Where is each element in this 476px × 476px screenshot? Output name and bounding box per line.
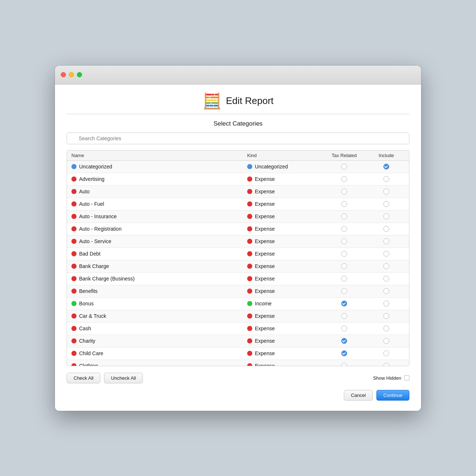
show-hidden-checkbox[interactable] xyxy=(404,375,409,380)
cell-tax-related[interactable] xyxy=(320,263,368,269)
tax-related-checked[interactable] xyxy=(341,350,347,356)
cell-include[interactable] xyxy=(368,350,405,356)
tax-related-empty[interactable] xyxy=(341,251,347,257)
tax-related-empty[interactable] xyxy=(341,326,347,331)
kind-dot xyxy=(247,226,252,231)
cell-include[interactable] xyxy=(368,263,405,269)
tax-related-empty[interactable] xyxy=(341,288,347,294)
cell-tax-related[interactable] xyxy=(320,176,368,182)
include-empty[interactable] xyxy=(383,238,389,244)
cell-kind: Expense xyxy=(247,363,320,366)
cell-include[interactable] xyxy=(368,363,405,366)
tax-related-empty[interactable] xyxy=(341,201,347,207)
cell-name: Bad Debt xyxy=(71,251,247,257)
include-empty[interactable] xyxy=(383,251,389,257)
include-empty[interactable] xyxy=(383,350,389,356)
cell-include[interactable] xyxy=(368,201,405,207)
tax-related-empty[interactable] xyxy=(341,238,347,244)
cell-tax-related[interactable] xyxy=(320,276,368,282)
continue-button[interactable]: Continue xyxy=(376,390,409,401)
include-empty[interactable] xyxy=(383,201,389,207)
table-row: Car & Truck Expense xyxy=(67,310,409,323)
tax-related-empty[interactable] xyxy=(341,313,347,319)
minimize-button[interactable] xyxy=(69,72,74,77)
cell-include[interactable] xyxy=(368,288,405,294)
tax-related-empty[interactable] xyxy=(341,189,347,194)
cell-include[interactable] xyxy=(368,313,405,319)
cell-include[interactable] xyxy=(368,326,405,331)
cancel-button[interactable]: Cancel xyxy=(344,390,372,401)
table-row: Auto Expense xyxy=(67,186,409,198)
kind-label: Income xyxy=(255,301,272,306)
tax-related-checked[interactable] xyxy=(341,301,347,306)
cell-kind: Expense xyxy=(247,189,320,194)
include-empty[interactable] xyxy=(383,176,389,182)
category-dot xyxy=(71,214,77,219)
cell-include[interactable] xyxy=(368,176,405,182)
cell-tax-related[interactable] xyxy=(320,363,368,366)
category-name: Cash xyxy=(79,326,91,331)
cell-include[interactable] xyxy=(368,338,405,344)
cell-tax-related[interactable] xyxy=(320,226,368,232)
tax-related-empty[interactable] xyxy=(341,176,347,182)
cell-tax-related[interactable] xyxy=(320,189,368,194)
cell-include[interactable] xyxy=(368,301,405,306)
cell-include[interactable] xyxy=(368,213,405,219)
include-empty[interactable] xyxy=(383,263,389,269)
dialog-header: 🧮 Edit Report xyxy=(67,93,409,109)
tax-related-empty[interactable] xyxy=(341,213,347,219)
tax-related-empty[interactable] xyxy=(341,363,347,366)
include-empty[interactable] xyxy=(383,363,389,366)
table-row: Bonus Income xyxy=(67,298,409,310)
include-empty[interactable] xyxy=(383,326,389,331)
cell-include[interactable] xyxy=(368,276,405,282)
cell-tax-related[interactable] xyxy=(320,213,368,219)
cell-include[interactable] xyxy=(368,164,405,170)
include-empty[interactable] xyxy=(383,276,389,282)
table-row: Auto - Fuel Expense xyxy=(67,198,409,211)
check-all-button[interactable]: Check All xyxy=(67,373,100,383)
cell-tax-related[interactable] xyxy=(320,350,368,356)
col-kind: Kind xyxy=(247,153,320,158)
maximize-button[interactable] xyxy=(77,72,82,77)
tax-related-empty[interactable] xyxy=(341,164,347,170)
include-empty[interactable] xyxy=(383,189,389,194)
cell-name: Charity xyxy=(71,338,247,344)
cell-include[interactable] xyxy=(368,189,405,194)
cell-tax-related[interactable] xyxy=(320,326,368,331)
cell-include[interactable] xyxy=(368,226,405,232)
include-empty[interactable] xyxy=(383,288,389,294)
cell-kind: Expense xyxy=(247,350,320,356)
cell-name: Bank Charge xyxy=(71,263,247,269)
include-checked[interactable] xyxy=(383,164,389,170)
category-name: Auto - Registration xyxy=(79,226,122,232)
cell-tax-related[interactable] xyxy=(320,313,368,319)
cell-tax-related[interactable] xyxy=(320,301,368,306)
include-empty[interactable] xyxy=(383,301,389,306)
tax-related-checked[interactable] xyxy=(341,338,347,344)
search-input[interactable] xyxy=(67,133,409,144)
close-button[interactable] xyxy=(61,72,66,77)
cell-tax-related[interactable] xyxy=(320,201,368,207)
table-row: Bank Charge Expense xyxy=(67,260,409,273)
include-empty[interactable] xyxy=(383,213,389,219)
cell-tax-related[interactable] xyxy=(320,251,368,257)
cell-tax-related[interactable] xyxy=(320,164,368,170)
cell-tax-related[interactable] xyxy=(320,338,368,344)
category-dot xyxy=(71,226,77,231)
tax-related-empty[interactable] xyxy=(341,276,347,282)
include-empty[interactable] xyxy=(383,313,389,319)
cell-tax-related[interactable] xyxy=(320,238,368,244)
tax-related-empty[interactable] xyxy=(341,226,347,232)
table-row: Charity Expense xyxy=(67,335,409,347)
cell-include[interactable] xyxy=(368,251,405,257)
include-empty[interactable] xyxy=(383,338,389,344)
include-empty[interactable] xyxy=(383,226,389,232)
cell-tax-related[interactable] xyxy=(320,288,368,294)
cell-include[interactable] xyxy=(368,238,405,244)
calculator-icon: 🧮 xyxy=(202,93,222,109)
uncheck-all-button[interactable]: Uncheck All xyxy=(104,373,143,383)
tax-related-empty[interactable] xyxy=(341,263,347,269)
table-row: Uncategorized Uncategorized xyxy=(67,161,409,173)
kind-label: Uncategorized xyxy=(255,164,288,170)
